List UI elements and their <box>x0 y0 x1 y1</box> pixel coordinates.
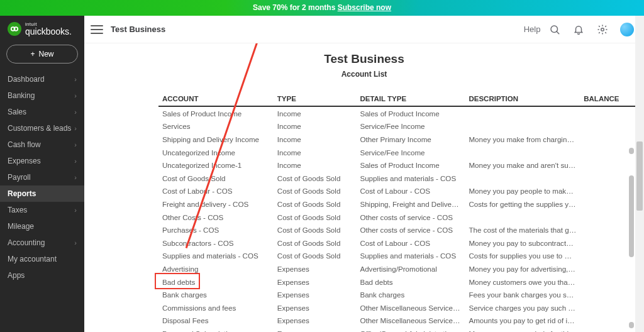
business-name: Test Business <box>111 25 165 34</box>
new-button[interactable]: + New <box>6 45 78 64</box>
sidebar-item-dashboard[interactable]: Dashboard› <box>0 71 84 87</box>
sidebar-item-apps[interactable]: Apps <box>0 267 84 284</box>
promo-link[interactable]: Subscribe now <box>338 3 391 12</box>
help-button[interactable]: Help <box>525 23 537 36</box>
table-row[interactable]: Uncategorized IncomeIncomeService/Fee In… <box>158 146 635 159</box>
sidebar-item-cash-flow[interactable]: Cash flow› <box>0 136 84 153</box>
col-detail: DETAIL TYPE <box>356 91 465 106</box>
chevron-right-icon: › <box>74 174 77 181</box>
cell-b <box>580 158 635 172</box>
sidebar-item-my-accountant[interactable]: My accountant <box>0 251 84 267</box>
cell-d: Supplies and materials - COS <box>356 172 465 185</box>
scroll-thumb[interactable] <box>629 175 634 257</box>
cell-a: Sales of Product Income <box>158 106 274 120</box>
cell-a: Bad debts <box>158 275 274 289</box>
cell-t: Income <box>274 120 357 133</box>
table-row[interactable]: Cost of Goods SoldCost of Goods SoldSupp… <box>158 172 635 185</box>
table-row[interactable]: Bank chargesExpensesBank chargesFees you… <box>158 288 635 301</box>
cell-t: Income <box>274 133 357 146</box>
sidebar-item-reports[interactable]: Reports <box>0 185 84 202</box>
table-scrollbar[interactable] <box>628 148 634 328</box>
table-row[interactable]: Other Costs - COSCost of Goods SoldOther… <box>158 211 635 224</box>
cell-t: Cost of Goods Sold <box>274 185 357 198</box>
cell-a: Cost of Labour - COS <box>158 185 274 198</box>
cell-t: Cost of Goods Sold <box>274 197 357 211</box>
cell-a: Freight and delivery - COS <box>158 197 274 211</box>
cell-d: Cost of Labour - COS <box>356 236 465 250</box>
table-row[interactable]: Sales of Product IncomeIncomeSales of Pr… <box>158 106 635 120</box>
sidebar-item-expenses[interactable]: Expenses› <box>0 153 84 169</box>
sidebar-item-label: Sales <box>8 108 26 116</box>
table-row[interactable]: Bad debtsExpensesBad debtsMoney customer… <box>158 275 635 289</box>
sidebar-item-label: Cash flow <box>8 140 41 149</box>
table-row[interactable]: Purchases - COSCost of Goods SoldOther c… <box>158 223 635 236</box>
page-subtitle: Account List <box>84 70 644 79</box>
table-row[interactable]: Cost of Labour - COSCost of Goods SoldCo… <box>158 185 635 198</box>
cell-d: Other Miscellaneous Service Cost <box>356 301 465 314</box>
cell-d: Other Miscellaneous Service Cost <box>356 314 465 328</box>
cell-d: Other costs of service - COS <box>356 223 465 236</box>
cell-a: Advertising <box>158 262 274 275</box>
sidebar-item-sales[interactable]: Sales› <box>0 104 84 120</box>
quickbooks-logo-icon <box>8 22 21 36</box>
table-row[interactable]: Dues and SubscriptionsExpensesOffice/Gen… <box>158 327 635 332</box>
table-row[interactable]: AdvertisingExpensesAdvertising/Promotion… <box>158 262 635 275</box>
table-row[interactable]: Subcontractors - COSCost of Goods SoldCo… <box>158 236 635 250</box>
table-row[interactable]: Shipping and Delivery IncomeIncomeOther … <box>158 133 635 146</box>
svg-point-6 <box>601 28 604 31</box>
cell-e: Fees your bank charges you suc… <box>465 288 580 301</box>
window-scrollbar[interactable] <box>635 16 644 332</box>
sidebar-item-taxes[interactable]: Taxes› <box>0 202 84 218</box>
cell-e: Money you pay people to make t… <box>465 185 580 198</box>
chevron-right-icon: › <box>74 75 77 83</box>
cell-e: Costs for getting the supplies yo… <box>465 197 580 211</box>
cell-a: Bank charges <box>158 288 274 301</box>
brand: intuit quickbooks. <box>0 16 84 40</box>
window-scroll-thumb[interactable] <box>636 141 643 211</box>
notifications-button[interactable] <box>572 23 585 36</box>
cell-t: Expenses <box>274 288 357 301</box>
cell-b <box>580 288 635 301</box>
table-row[interactable]: ServicesIncomeService/Fee Income <box>158 120 635 133</box>
cell-t: Expenses <box>274 327 357 332</box>
sidebar: intuit quickbooks. + New Dashboard›Banki… <box>0 16 84 332</box>
cell-d: Shipping, Freight and Delivery - … <box>356 197 465 211</box>
cell-d: Service/Fee Income <box>356 120 465 133</box>
cell-e: Money you pay to subcontractor… <box>465 236 580 250</box>
cell-e: Costs for supplies you use to ma… <box>465 250 580 263</box>
scroll-up-arrow-icon[interactable] <box>629 148 634 154</box>
table-row[interactable]: Supplies and materials - COSCost of Good… <box>158 250 635 263</box>
cell-d: Office/General Administrative Ex… <box>356 327 465 332</box>
sidebar-item-label: Mileage <box>8 222 34 231</box>
cell-t: Cost of Goods Sold <box>274 211 357 224</box>
user-avatar[interactable] <box>620 23 634 36</box>
sidebar-item-label: Taxes <box>8 206 27 214</box>
sidebar-item-accounting[interactable]: Accounting› <box>0 235 84 251</box>
menu-toggle-icon[interactable] <box>91 25 103 34</box>
table-row[interactable]: Freight and delivery - COSCost of Goods … <box>158 197 635 211</box>
cell-d: Cost of Labour - COS <box>356 185 465 198</box>
table-row[interactable]: Disposal FeesExpensesOther Miscellaneous… <box>158 314 635 328</box>
chevron-right-icon: › <box>74 92 77 99</box>
cell-e: Money customers owe you that y… <box>465 275 580 289</box>
sidebar-item-customers-leads[interactable]: Customers & leads› <box>0 120 84 136</box>
cell-a: Other Costs - COS <box>158 211 274 224</box>
cell-b <box>580 301 635 314</box>
sidebar-item-payroll[interactable]: Payroll› <box>0 169 84 185</box>
sidebar-item-label: Reports <box>8 189 36 198</box>
scroll-down-arrow-icon[interactable] <box>629 322 634 328</box>
settings-button[interactable] <box>596 23 609 36</box>
cell-d: Supplies and materials - COS <box>356 250 465 263</box>
sidebar-item-banking[interactable]: Banking› <box>0 87 84 104</box>
cell-d: Bank charges <box>356 288 465 301</box>
sidebar-item-label: Payroll <box>8 173 31 182</box>
cell-a: Subcontractors - COS <box>158 236 274 250</box>
cell-b <box>580 133 635 146</box>
table-row[interactable]: Commissions and feesExpensesOther Miscel… <box>158 301 635 314</box>
sidebar-item-mileage[interactable]: Mileage <box>0 218 84 235</box>
cell-e: Money you pay for advertising, l… <box>465 262 580 275</box>
table-row[interactable]: Uncategorized Income-1IncomeSales of Pro… <box>158 158 635 172</box>
cell-b <box>580 172 635 185</box>
cell-e: Money you make and aren't sure… <box>465 158 580 172</box>
search-button[interactable] <box>548 23 561 36</box>
